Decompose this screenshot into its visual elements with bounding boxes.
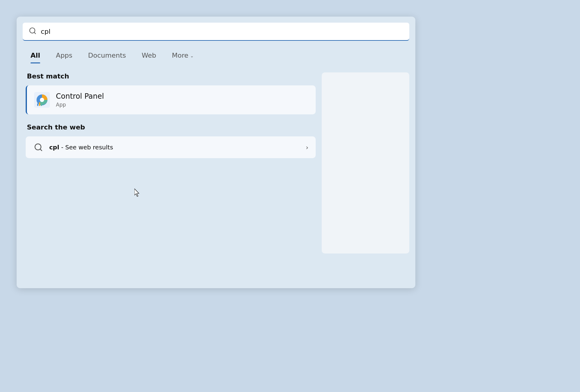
search-icon — [29, 27, 37, 36]
svg-line-9 — [40, 149, 42, 151]
svg-rect-7 — [41, 103, 42, 106]
search-web-section: Search the web cpl - See web results — [26, 123, 316, 158]
search-bar-container — [17, 17, 415, 41]
control-panel-icon — [34, 92, 50, 108]
web-search-icon — [33, 142, 44, 153]
tab-more[interactable]: More ⌄ — [167, 49, 198, 63]
app-name: Control Panel — [56, 92, 104, 100]
tabs-row: All Apps Documents Web More ⌄ — [17, 41, 415, 63]
web-result-left: cpl - See web results — [33, 142, 113, 153]
search-web-title: Search the web — [26, 123, 316, 131]
svg-point-4 — [40, 98, 44, 102]
content-area: Best match — [17, 63, 415, 260]
svg-rect-5 — [37, 104, 38, 106]
tab-apps[interactable]: Apps — [51, 49, 77, 63]
app-type: App — [56, 102, 104, 108]
chevron-right-icon: › — [306, 144, 308, 151]
web-result-text: cpl - See web results — [49, 144, 113, 151]
best-match-title: Best match — [26, 72, 316, 80]
search-input[interactable] — [41, 28, 403, 35]
tab-documents[interactable]: Documents — [83, 49, 131, 63]
chevron-down-icon: ⌄ — [190, 53, 194, 58]
search-panel: All Apps Documents Web More ⌄ Best match — [17, 17, 415, 288]
tab-all[interactable]: All — [26, 49, 45, 63]
search-bar — [23, 23, 409, 41]
right-panel — [322, 72, 409, 253]
web-result-item[interactable]: cpl - See web results › — [26, 136, 316, 158]
best-match-item[interactable]: Control Panel App — [26, 85, 316, 114]
svg-rect-6 — [39, 102, 40, 106]
left-results: Best match — [26, 72, 316, 253]
tab-web[interactable]: Web — [137, 49, 161, 63]
app-info: Control Panel App — [56, 92, 104, 108]
svg-line-1 — [34, 32, 36, 34]
